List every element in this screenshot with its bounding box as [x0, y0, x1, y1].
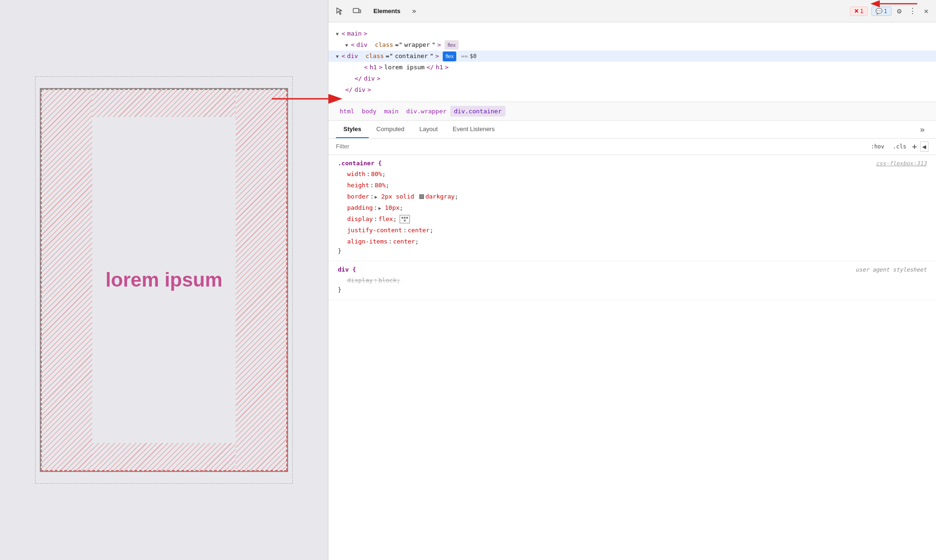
- tree-line-main[interactable]: ▼ <main>: [336, 28, 929, 39]
- css-selector-container[interactable]: .container {: [338, 160, 382, 167]
- filter-input[interactable]: [336, 143, 864, 150]
- h1-open: <: [364, 62, 368, 73]
- tab-event-listeners[interactable]: Event Listeners: [445, 121, 502, 138]
- breadcrumb-container[interactable]: div.container: [450, 106, 505, 117]
- tag-bracket: <: [342, 29, 345, 39]
- toolbar-right: ✕ 1 💬 1 ⚙ ⋮ ✕: [850, 5, 930, 17]
- css-prop-padding: padding : ▶ 10px ;: [338, 202, 927, 214]
- prop-value-border[interactable]: ▶ 2px solid darkgray: [375, 192, 455, 202]
- expand-button[interactable]: ◀: [920, 141, 929, 152]
- error-badge[interactable]: ✕ 1: [850, 7, 868, 16]
- close-tag-div: div: [364, 74, 375, 84]
- css-rule-close-div: }: [338, 286, 927, 293]
- tree-line-h1[interactable]: <h1>lorem ipsum</h1>: [336, 62, 929, 73]
- triangle-container: ▼: [336, 52, 339, 60]
- breadcrumb-body[interactable]: body: [358, 106, 380, 117]
- filter-actions: :hov .cls + ◀: [868, 141, 929, 152]
- error-count: 1: [860, 8, 863, 15]
- prop-value-display-div[interactable]: block: [379, 275, 397, 286]
- dollar-zero: $0: [470, 52, 476, 61]
- gear-icon[interactable]: ⚙: [895, 5, 904, 17]
- close-bracket: >: [377, 74, 380, 84]
- h1-text: lorem ipsum: [384, 62, 424, 73]
- wrapper-flex-badge[interactable]: flex: [445, 40, 458, 50]
- tag-bracket-close: >: [364, 29, 367, 39]
- breadcrumb-main[interactable]: main: [380, 106, 402, 117]
- add-rule-button[interactable]: +: [912, 141, 917, 151]
- close-tag-wrapper: div: [355, 85, 365, 95]
- close-bracket-w: >: [367, 85, 371, 95]
- container-element: lorem ipsum: [40, 88, 288, 472]
- css-rule-container: .container { css-flexbox:313 width : 80%…: [328, 155, 936, 262]
- prop-name-display[interactable]: display: [347, 214, 373, 224]
- more-options-icon[interactable]: ⋮: [907, 5, 918, 17]
- hatch-bottom: [92, 443, 236, 471]
- tag-div-container: div: [347, 51, 358, 61]
- prop-value-display[interactable]: flex: [379, 214, 393, 224]
- prop-value-align-items[interactable]: center: [393, 236, 415, 247]
- tree-line-close-wrapper[interactable]: </div>: [336, 84, 929, 96]
- css-selector-div[interactable]: div {: [338, 266, 356, 273]
- tree-line-wrapper[interactable]: ▼ <div class="wrapper" > flex: [336, 39, 929, 51]
- border-color-swatch[interactable]: [419, 194, 424, 199]
- css-source-container[interactable]: css-flexbox:313: [876, 160, 927, 167]
- prop-name-padding[interactable]: padding: [347, 203, 373, 213]
- tree-line-close-container[interactable]: </div>: [336, 73, 929, 84]
- css-prop-width: width : 80% ;: [338, 169, 927, 180]
- triangle-main: ▼: [336, 30, 339, 38]
- comment-badge[interactable]: 💬 1: [871, 7, 891, 16]
- css-rule-close-container: }: [338, 247, 927, 254]
- cls-button[interactable]: .cls: [890, 142, 909, 151]
- h1-bracket-end: >: [379, 62, 382, 73]
- close-div-container: </: [355, 74, 362, 84]
- tab-elements[interactable]: Elements: [368, 6, 406, 16]
- prop-name-border[interactable]: border: [347, 192, 369, 202]
- devtools-toolbar: Elements » ✕ 1 💬 1 ⚙ ⋮ ✕: [328, 0, 936, 22]
- css-prop-align-items: align-items : center ;: [338, 236, 927, 247]
- prop-value-padding[interactable]: ▶ 10px: [379, 203, 400, 213]
- prop-value-height[interactable]: 80%: [375, 180, 386, 191]
- tab-layout[interactable]: Layout: [412, 121, 445, 138]
- prop-name-align-items[interactable]: align-items: [347, 236, 387, 247]
- html-tree: ▼ <main> ▼ <div class="wrapper" > flex ▼…: [328, 22, 936, 102]
- prop-name-width[interactable]: width: [347, 169, 365, 179]
- tag-bracket-open2: <: [342, 51, 345, 61]
- tag-bracket-end2: >: [435, 51, 439, 61]
- css-prop-height: height : 80% ;: [338, 180, 927, 191]
- container-flex-badge[interactable]: flex: [443, 52, 456, 61]
- breadcrumb-html[interactable]: html: [336, 106, 358, 117]
- breadcrumb-wrapper[interactable]: div.wrapper: [402, 106, 450, 117]
- tag-bracket-open: <: [351, 40, 355, 50]
- prop-value-justify-content[interactable]: center: [408, 225, 430, 236]
- css-rule-header-div: div { user agent stylesheet: [338, 266, 927, 273]
- inspect-icon[interactable]: [334, 5, 346, 17]
- svg-rect-3: [359, 10, 361, 13]
- device-toggle-icon[interactable]: [351, 5, 363, 17]
- prop-value-width[interactable]: 80%: [371, 169, 382, 179]
- attr-value-wrapper: wrapper: [404, 40, 430, 50]
- tab-computed[interactable]: Computed: [369, 121, 412, 138]
- flex-layout-icon[interactable]: [400, 215, 410, 223]
- css-prop-justify-content: justify-content : center ;: [338, 225, 927, 236]
- css-close-brace-container: }: [338, 247, 342, 254]
- tag-h1: h1: [370, 62, 377, 73]
- tag-bracket-end: >: [438, 40, 441, 50]
- prop-name-display-div[interactable]: display: [347, 275, 373, 286]
- hatch-left: [41, 89, 92, 471]
- more-tabs-icon[interactable]: »: [408, 5, 420, 17]
- prop-name-justify-content[interactable]: justify-content: [347, 225, 402, 236]
- tab-styles[interactable]: Styles: [336, 121, 369, 138]
- panel-tabs-more-icon[interactable]: »: [916, 121, 929, 138]
- css-source-div: user agent stylesheet: [855, 266, 927, 273]
- error-x-icon: ✕: [854, 8, 859, 15]
- breadcrumb: html body main div.wrapper div.container: [328, 102, 936, 121]
- prop-name-height[interactable]: height: [347, 180, 369, 191]
- hov-button[interactable]: :hov: [868, 142, 887, 151]
- tag-main: main: [347, 29, 362, 39]
- h1-end: >: [445, 62, 449, 73]
- css-prop-display-div: display : block ;: [338, 275, 927, 286]
- hatch-top: [92, 89, 236, 117]
- tree-line-container[interactable]: ▼ <div class="container" > flex == $0: [328, 51, 936, 62]
- close-devtools-icon[interactable]: ✕: [922, 5, 930, 17]
- attr-class-container: class: [365, 51, 384, 61]
